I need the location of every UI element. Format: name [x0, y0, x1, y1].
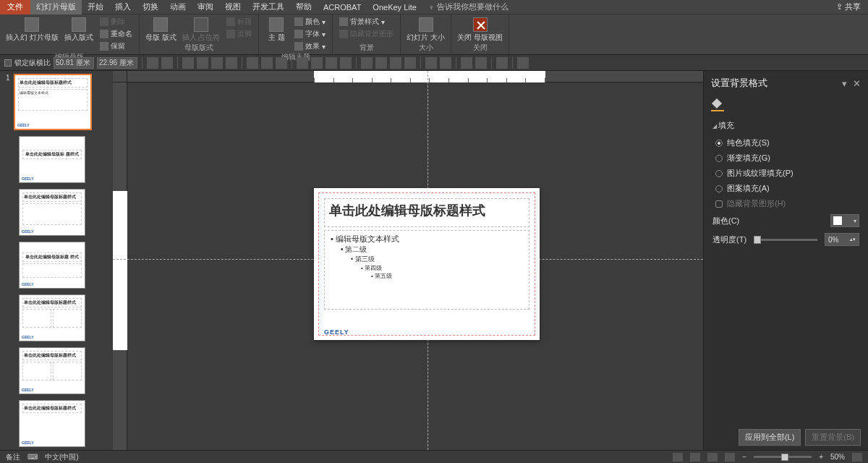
layout-thumbnail[interactable]: 单击此处编辑母版标题样式GEELY — [19, 294, 107, 341]
tool-icon[interactable] — [297, 57, 308, 69]
tool-icon[interactable] — [247, 57, 258, 69]
redo-icon[interactable] — [161, 57, 173, 69]
close-master-view-button[interactable]: 关闭 母版视图 — [456, 16, 504, 43]
thumb-body — [22, 263, 82, 278]
tool-icon[interactable] — [496, 57, 508, 69]
width-input[interactable]: 50.81 厘米 — [54, 57, 94, 69]
tool-icon[interactable] — [226, 57, 237, 69]
tool-icon[interactable] — [440, 57, 451, 69]
layout-thumbnail[interactable]: 单击此处编辑母版标题样式GEELY — [19, 400, 107, 447]
layout-thumbnail[interactable]: 单击此处编辑母版标题样式GEELY — [19, 347, 107, 394]
tab-home[interactable]: 开始 — [82, 0, 109, 14]
master-thumbnail[interactable]: 1 单击此处编辑母版标题样式 编辑母版文本样式 GEELY — [6, 74, 107, 130]
tab-help[interactable]: 帮助 — [290, 0, 318, 14]
undo-icon[interactable] — [147, 57, 158, 69]
tool-icon[interactable] — [311, 57, 323, 69]
thumb-number: 1 — [6, 74, 12, 130]
group-background-label: 背景 — [337, 43, 396, 53]
tab-insert[interactable]: 插入 — [109, 0, 137, 14]
tool-icon[interactable] — [276, 57, 287, 69]
view-reading-icon[interactable] — [707, 453, 718, 462]
tool-icon[interactable] — [475, 57, 487, 69]
panel-dropdown-icon[interactable]: ▾ — [842, 78, 847, 89]
panel-close-icon[interactable]: ✕ — [853, 78, 861, 89]
layout-thumbnail[interactable]: 单击此处编辑母版标 题样式GEELY — [19, 136, 107, 183]
thumb-body — [53, 309, 82, 328]
tool-icon[interactable] — [517, 57, 529, 69]
colors-button[interactable]: 颜色 ▾ — [292, 16, 328, 27]
share-button[interactable]: ⇪ 共享 — [829, 1, 868, 12]
fill-section-header[interactable]: 填充 — [712, 120, 859, 131]
zoom-value[interactable]: 50% — [830, 453, 845, 461]
slide-size-button[interactable]: 幻灯片 大小 — [405, 16, 446, 43]
view-normal-icon[interactable] — [673, 453, 683, 462]
tool-icon[interactable] — [361, 57, 373, 69]
effects-label: 效果 — [305, 41, 320, 51]
view-slideshow-icon[interactable] — [725, 453, 735, 462]
fill-bucket-icon[interactable] — [711, 98, 724, 111]
gradient-fill-label: 渐变填充(G) — [727, 153, 770, 163]
picture-fill-radio[interactable]: 图片或纹理填充(P) — [712, 166, 859, 181]
tool-icon[interactable] — [390, 57, 401, 69]
status-notes[interactable]: 备注 — [6, 452, 20, 462]
zoom-out-button[interactable]: − — [742, 453, 746, 461]
fit-window-icon[interactable] — [852, 453, 862, 462]
tab-acrobat[interactable]: ACROBAT — [318, 0, 367, 14]
tab-review[interactable]: 审阅 — [192, 0, 219, 14]
tool-icon[interactable] — [261, 57, 273, 69]
tool-icon[interactable] — [197, 57, 208, 69]
effects-button[interactable]: 效果 ▾ — [292, 41, 328, 52]
transparency-slider[interactable] — [754, 239, 817, 241]
tool-icon[interactable] — [375, 57, 387, 69]
insert-layout-button[interactable]: 插入版式 — [63, 16, 95, 43]
tool-icon[interactable] — [326, 57, 337, 69]
tab-developer[interactable]: 开发工具 — [247, 0, 290, 14]
tool-icon[interactable] — [461, 57, 472, 69]
slide-canvas-area[interactable]: 单击此处编辑母版标题样式 编辑母版文本样式 第二级 第三级 第四级 第五级 GE… — [113, 71, 703, 450]
body-placeholder[interactable]: 编辑母版文本样式 第二级 第三级 第四级 第五级 — [324, 230, 529, 310]
hide-bg-graphics-label: 隐藏背景图形(H) — [727, 198, 786, 209]
zoom-in-button[interactable]: + — [819, 453, 823, 461]
slide-master[interactable]: 单击此处编辑母版标题样式 编辑母版文本样式 第二级 第三级 第四级 第五级 GE… — [314, 188, 540, 340]
view-sorter-icon[interactable] — [690, 453, 700, 462]
spinner-icon[interactable]: ▴▾ — [850, 237, 856, 242]
slider-thumb[interactable] — [754, 236, 761, 244]
solid-fill-radio[interactable]: 纯色填充(S) — [712, 135, 859, 150]
transparency-input[interactable]: 0%▴▾ — [825, 233, 859, 246]
tool-icon[interactable] — [340, 57, 352, 69]
file-tab[interactable]: 文件 — [0, 0, 30, 14]
pattern-fill-radio[interactable]: 图案填充(A) — [712, 181, 859, 196]
gradient-fill-radio[interactable]: 渐变填充(G) — [712, 150, 859, 166]
tab-transitions[interactable]: 切换 — [137, 0, 164, 14]
apply-all-button[interactable]: 应用到全部(L) — [739, 429, 801, 446]
tell-me-search[interactable]: ♀ 告诉我你想要做什么 — [422, 1, 514, 12]
status-language[interactable]: 中文(中国) — [45, 452, 79, 462]
height-input[interactable]: 22.96 厘米 — [97, 57, 137, 69]
preserve-button[interactable]: 保留 — [98, 41, 135, 52]
slider-thumb[interactable] — [781, 454, 788, 461]
layout-thumbnail[interactable]: 单击此处编辑母版标题 样式GEELY — [19, 242, 107, 289]
tool-icon[interactable] — [182, 57, 194, 69]
tab-view[interactable]: 视图 — [219, 0, 247, 14]
panel-tabs — [704, 95, 868, 116]
insert-slide-master-button[interactable]: 插入幻 灯片母版 — [4, 16, 60, 43]
tab-animations[interactable]: 动画 — [164, 0, 192, 14]
bg-styles-button[interactable]: 背景样式 ▾ — [337, 16, 396, 27]
themes-button[interactable]: 主 题 — [263, 16, 289, 43]
tab-slide-master[interactable]: 幻灯片母版 — [30, 0, 82, 14]
title-placeholder[interactable]: 单击此处编辑母版标题样式 — [324, 198, 529, 227]
master-layout-button[interactable]: 母版 版式 — [144, 16, 178, 43]
thumbnail-panel[interactable]: 1 单击此处编辑母版标题样式 编辑母版文本样式 GEELY 单击此处编辑母版标 … — [0, 71, 113, 450]
body-level-2: 第二级 — [331, 245, 523, 255]
layout-thumbnail[interactable]: 单击此处编辑母版标题样式GEELY — [19, 189, 107, 236]
checkbox-icon — [339, 30, 348, 38]
tool-icon[interactable] — [211, 57, 223, 69]
tab-onekey[interactable]: OneKey Lite — [367, 0, 422, 14]
tool-icon[interactable] — [404, 57, 416, 69]
fonts-button[interactable]: 字体 ▾ — [292, 28, 328, 40]
zoom-slider[interactable] — [754, 456, 812, 458]
color-picker-button[interactable]: ▾ — [830, 214, 859, 227]
tool-icon[interactable] — [425, 57, 437, 69]
rename-button[interactable]: 重命名 — [98, 28, 135, 40]
lock-ratio-checkbox[interactable] — [4, 59, 12, 67]
